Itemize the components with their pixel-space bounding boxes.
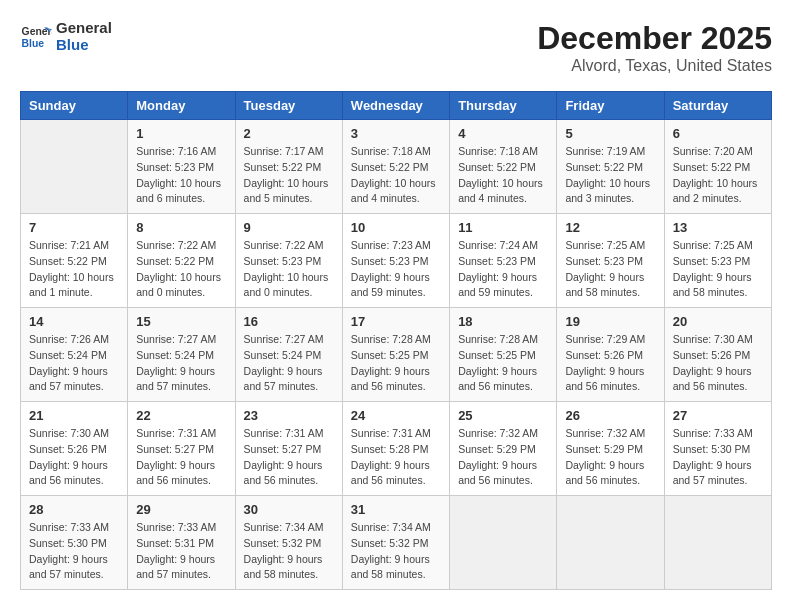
- day-number: 9: [244, 220, 334, 235]
- day-info: Sunrise: 7:18 AM Sunset: 5:22 PM Dayligh…: [458, 144, 548, 207]
- calendar-cell: 18Sunrise: 7:28 AM Sunset: 5:25 PM Dayli…: [450, 308, 557, 402]
- calendar-cell: 1Sunrise: 7:16 AM Sunset: 5:23 PM Daylig…: [128, 120, 235, 214]
- day-info: Sunrise: 7:17 AM Sunset: 5:22 PM Dayligh…: [244, 144, 334, 207]
- day-info: Sunrise: 7:28 AM Sunset: 5:25 PM Dayligh…: [458, 332, 548, 395]
- logo-line1: General: [56, 20, 112, 37]
- day-info: Sunrise: 7:30 AM Sunset: 5:26 PM Dayligh…: [673, 332, 763, 395]
- day-number: 5: [565, 126, 655, 141]
- logo-line2: Blue: [56, 37, 112, 54]
- day-number: 25: [458, 408, 548, 423]
- calendar-cell: 12Sunrise: 7:25 AM Sunset: 5:23 PM Dayli…: [557, 214, 664, 308]
- page-title: December 2025: [537, 20, 772, 57]
- calendar-cell: 6Sunrise: 7:20 AM Sunset: 5:22 PM Daylig…: [664, 120, 771, 214]
- day-info: Sunrise: 7:22 AM Sunset: 5:23 PM Dayligh…: [244, 238, 334, 301]
- calendar-cell: 9Sunrise: 7:22 AM Sunset: 5:23 PM Daylig…: [235, 214, 342, 308]
- calendar-cell: 29Sunrise: 7:33 AM Sunset: 5:31 PM Dayli…: [128, 496, 235, 590]
- day-header: Friday: [557, 92, 664, 120]
- day-info: Sunrise: 7:32 AM Sunset: 5:29 PM Dayligh…: [458, 426, 548, 489]
- calendar-cell: [664, 496, 771, 590]
- calendar-cell: 25Sunrise: 7:32 AM Sunset: 5:29 PM Dayli…: [450, 402, 557, 496]
- day-info: Sunrise: 7:27 AM Sunset: 5:24 PM Dayligh…: [244, 332, 334, 395]
- day-number: 12: [565, 220, 655, 235]
- calendar-cell: 14Sunrise: 7:26 AM Sunset: 5:24 PM Dayli…: [21, 308, 128, 402]
- day-info: Sunrise: 7:19 AM Sunset: 5:22 PM Dayligh…: [565, 144, 655, 207]
- day-number: 3: [351, 126, 441, 141]
- day-number: 15: [136, 314, 226, 329]
- day-number: 13: [673, 220, 763, 235]
- day-info: Sunrise: 7:31 AM Sunset: 5:27 PM Dayligh…: [244, 426, 334, 489]
- day-header: Thursday: [450, 92, 557, 120]
- day-number: 27: [673, 408, 763, 423]
- day-header: Sunday: [21, 92, 128, 120]
- day-number: 19: [565, 314, 655, 329]
- day-info: Sunrise: 7:29 AM Sunset: 5:26 PM Dayligh…: [565, 332, 655, 395]
- day-number: 2: [244, 126, 334, 141]
- day-info: Sunrise: 7:24 AM Sunset: 5:23 PM Dayligh…: [458, 238, 548, 301]
- day-number: 7: [29, 220, 119, 235]
- day-info: Sunrise: 7:16 AM Sunset: 5:23 PM Dayligh…: [136, 144, 226, 207]
- day-number: 1: [136, 126, 226, 141]
- calendar-cell: 31Sunrise: 7:34 AM Sunset: 5:32 PM Dayli…: [342, 496, 449, 590]
- calendar-cell: 20Sunrise: 7:30 AM Sunset: 5:26 PM Dayli…: [664, 308, 771, 402]
- calendar-cell: [450, 496, 557, 590]
- day-number: 28: [29, 502, 119, 517]
- calendar-cell: 8Sunrise: 7:22 AM Sunset: 5:22 PM Daylig…: [128, 214, 235, 308]
- calendar-cell: 30Sunrise: 7:34 AM Sunset: 5:32 PM Dayli…: [235, 496, 342, 590]
- day-number: 23: [244, 408, 334, 423]
- calendar-cell: 2Sunrise: 7:17 AM Sunset: 5:22 PM Daylig…: [235, 120, 342, 214]
- day-header: Tuesday: [235, 92, 342, 120]
- page-header: General Blue General Blue December 2025 …: [20, 20, 772, 75]
- calendar-cell: 24Sunrise: 7:31 AM Sunset: 5:28 PM Dayli…: [342, 402, 449, 496]
- calendar-table: SundayMondayTuesdayWednesdayThursdayFrid…: [20, 91, 772, 590]
- day-header: Monday: [128, 92, 235, 120]
- day-info: Sunrise: 7:25 AM Sunset: 5:23 PM Dayligh…: [565, 238, 655, 301]
- title-block: December 2025 Alvord, Texas, United Stat…: [537, 20, 772, 75]
- day-number: 14: [29, 314, 119, 329]
- calendar-cell: 26Sunrise: 7:32 AM Sunset: 5:29 PM Dayli…: [557, 402, 664, 496]
- day-info: Sunrise: 7:31 AM Sunset: 5:27 PM Dayligh…: [136, 426, 226, 489]
- calendar-cell: 23Sunrise: 7:31 AM Sunset: 5:27 PM Dayli…: [235, 402, 342, 496]
- day-number: 21: [29, 408, 119, 423]
- day-info: Sunrise: 7:25 AM Sunset: 5:23 PM Dayligh…: [673, 238, 763, 301]
- day-info: Sunrise: 7:27 AM Sunset: 5:24 PM Dayligh…: [136, 332, 226, 395]
- day-number: 17: [351, 314, 441, 329]
- calendar-cell: 28Sunrise: 7:33 AM Sunset: 5:30 PM Dayli…: [21, 496, 128, 590]
- calendar-cell: 10Sunrise: 7:23 AM Sunset: 5:23 PM Dayli…: [342, 214, 449, 308]
- day-info: Sunrise: 7:23 AM Sunset: 5:23 PM Dayligh…: [351, 238, 441, 301]
- calendar-cell: 11Sunrise: 7:24 AM Sunset: 5:23 PM Dayli…: [450, 214, 557, 308]
- day-number: 11: [458, 220, 548, 235]
- calendar-cell: [557, 496, 664, 590]
- day-info: Sunrise: 7:33 AM Sunset: 5:30 PM Dayligh…: [29, 520, 119, 583]
- day-info: Sunrise: 7:32 AM Sunset: 5:29 PM Dayligh…: [565, 426, 655, 489]
- calendar-cell: 22Sunrise: 7:31 AM Sunset: 5:27 PM Dayli…: [128, 402, 235, 496]
- day-info: Sunrise: 7:34 AM Sunset: 5:32 PM Dayligh…: [244, 520, 334, 583]
- day-info: Sunrise: 7:30 AM Sunset: 5:26 PM Dayligh…: [29, 426, 119, 489]
- calendar-cell: [21, 120, 128, 214]
- logo-icon: General Blue: [20, 21, 52, 53]
- day-info: Sunrise: 7:18 AM Sunset: 5:22 PM Dayligh…: [351, 144, 441, 207]
- day-number: 24: [351, 408, 441, 423]
- day-number: 31: [351, 502, 441, 517]
- day-number: 10: [351, 220, 441, 235]
- page-subtitle: Alvord, Texas, United States: [537, 57, 772, 75]
- day-number: 20: [673, 314, 763, 329]
- calendar-cell: 13Sunrise: 7:25 AM Sunset: 5:23 PM Dayli…: [664, 214, 771, 308]
- day-number: 8: [136, 220, 226, 235]
- day-info: Sunrise: 7:34 AM Sunset: 5:32 PM Dayligh…: [351, 520, 441, 583]
- day-number: 22: [136, 408, 226, 423]
- calendar-cell: 27Sunrise: 7:33 AM Sunset: 5:30 PM Dayli…: [664, 402, 771, 496]
- day-header: Wednesday: [342, 92, 449, 120]
- calendar-cell: 3Sunrise: 7:18 AM Sunset: 5:22 PM Daylig…: [342, 120, 449, 214]
- day-number: 30: [244, 502, 334, 517]
- day-info: Sunrise: 7:31 AM Sunset: 5:28 PM Dayligh…: [351, 426, 441, 489]
- day-number: 4: [458, 126, 548, 141]
- day-number: 6: [673, 126, 763, 141]
- calendar-cell: 17Sunrise: 7:28 AM Sunset: 5:25 PM Dayli…: [342, 308, 449, 402]
- calendar-cell: 19Sunrise: 7:29 AM Sunset: 5:26 PM Dayli…: [557, 308, 664, 402]
- day-header: Saturday: [664, 92, 771, 120]
- day-number: 18: [458, 314, 548, 329]
- day-number: 26: [565, 408, 655, 423]
- calendar-cell: 5Sunrise: 7:19 AM Sunset: 5:22 PM Daylig…: [557, 120, 664, 214]
- day-info: Sunrise: 7:28 AM Sunset: 5:25 PM Dayligh…: [351, 332, 441, 395]
- svg-text:Blue: Blue: [22, 37, 45, 48]
